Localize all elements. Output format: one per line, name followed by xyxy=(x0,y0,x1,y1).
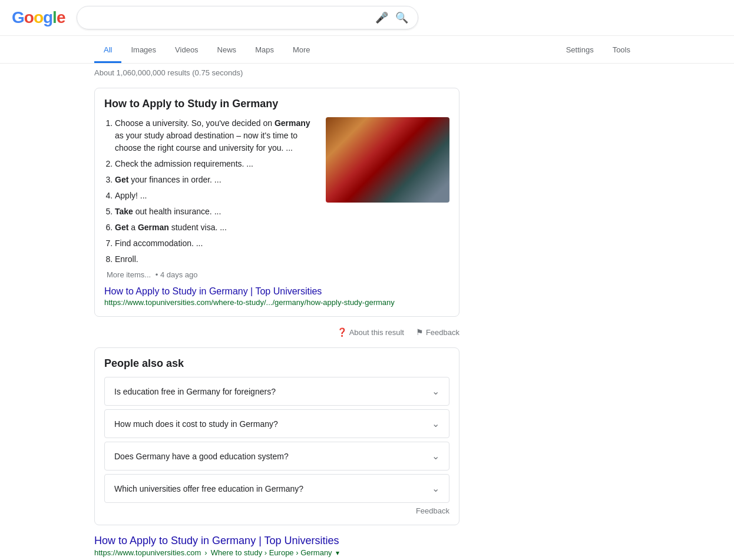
list-item: Apply! ... xyxy=(115,190,316,202)
nav-right: Settings Tools xyxy=(557,38,640,63)
about-feedback-row: ❓ About this result ⚑ Feedback xyxy=(94,323,459,342)
search-result-1: How to Apply to Study in Germany | Top U… xyxy=(94,535,459,560)
date-text: • 4 days ago xyxy=(153,270,197,279)
city-image xyxy=(326,117,449,203)
paa-question-3[interactable]: Does Germany have a good education syste… xyxy=(104,442,449,470)
list-item: Get your finances in order. ... xyxy=(115,174,316,186)
search-bar: how to get education in germany 🎤 🔍 xyxy=(77,6,418,29)
tab-settings[interactable]: Settings xyxy=(557,38,603,63)
list-item: Get a German student visa. ... xyxy=(115,221,316,234)
result-title: How to Apply to Study in Germany | Top U… xyxy=(94,535,459,547)
search-icons: 🎤 🔍 xyxy=(375,11,408,24)
tab-videos[interactable]: Videos xyxy=(166,38,208,63)
tab-news[interactable]: News xyxy=(208,38,246,63)
main-content: How to Apply to Study in Germany Choose … xyxy=(0,88,734,560)
paa-question-text: How much does it cost to study in German… xyxy=(114,419,278,429)
more-items-link[interactable]: More items... • 4 days ago xyxy=(104,270,316,279)
breadcrumb-separator: › xyxy=(204,548,207,557)
feedback-button[interactable]: ⚑ Feedback xyxy=(416,327,459,337)
nav-tabs: All Images Videos News Maps More Setting… xyxy=(0,38,734,64)
featured-link: How to Apply to Study in Germany | Top U… xyxy=(104,286,449,307)
about-this-result[interactable]: ❓ About this result xyxy=(337,327,404,337)
paa-question-1[interactable]: Is education free in Germany for foreign… xyxy=(104,377,449,406)
tab-tools[interactable]: Tools xyxy=(603,38,640,63)
people-also-ask: People also ask Is education free in Ger… xyxy=(94,347,459,525)
chevron-down-icon: ⌄ xyxy=(432,418,439,429)
results-count: About 1,060,000,000 results (0.75 second… xyxy=(0,64,734,82)
paa-feedback[interactable]: Feedback xyxy=(104,506,449,515)
list-item: Choose a university. So, you've decided … xyxy=(115,117,316,154)
paa-question-text: Is education free in Germany for foreign… xyxy=(114,387,276,396)
featured-link-anchor[interactable]: How to Apply to Study in Germany | Top U… xyxy=(104,286,322,296)
list-item: Enroll. xyxy=(115,253,316,266)
featured-list: Choose a university. So, you've decided … xyxy=(104,117,316,279)
chevron-down-icon: ⌄ xyxy=(432,450,439,462)
paa-question-2[interactable]: How much does it cost to study in German… xyxy=(104,409,449,438)
list-item: Find accommodation. ... xyxy=(115,237,316,250)
header: Google how to get education in germany 🎤… xyxy=(0,0,734,36)
search-icon[interactable]: 🔍 xyxy=(395,11,408,24)
result-link[interactable]: How to Apply to Study in Germany | Top U… xyxy=(94,535,339,546)
paa-question-text: Which universities offer free education … xyxy=(114,484,303,493)
featured-image xyxy=(326,117,449,203)
result-url-row: https://www.topuniversities.com › Where … xyxy=(94,548,459,557)
result-breadcrumb: Where to study › Europe › Germany xyxy=(211,548,332,557)
featured-title: How to Apply to Study in Germany xyxy=(104,98,449,110)
list-item: Check the admission requirements. ... xyxy=(115,158,316,170)
paa-question-text: Does Germany have a good education syste… xyxy=(114,452,289,461)
dropdown-arrow-icon[interactable]: ▾ xyxy=(336,549,339,557)
featured-url: https://www.topuniversities.com/where-to… xyxy=(104,298,449,307)
chevron-down-icon: ⌄ xyxy=(432,386,439,397)
flag-icon: ⚑ xyxy=(416,327,424,337)
tab-more[interactable]: More xyxy=(283,38,320,63)
paa-title: People also ask xyxy=(104,357,449,370)
microphone-icon[interactable]: 🎤 xyxy=(375,11,388,24)
google-logo[interactable]: Google xyxy=(12,8,65,27)
paa-question-4[interactable]: Which universities offer free education … xyxy=(104,474,449,503)
chevron-down-icon: ⌄ xyxy=(432,483,439,494)
featured-content: Choose a university. So, you've decided … xyxy=(104,117,449,279)
tab-maps[interactable]: Maps xyxy=(246,38,283,63)
featured-snippet: How to Apply to Study in Germany Choose … xyxy=(94,88,459,317)
tab-images[interactable]: Images xyxy=(121,38,166,63)
search-input[interactable]: how to get education in germany xyxy=(87,12,369,23)
result-domain: https://www.topuniversities.com xyxy=(94,548,201,557)
tab-all[interactable]: All xyxy=(94,38,121,63)
question-icon: ❓ xyxy=(337,327,347,337)
list-item: Take out health insurance. ... xyxy=(115,206,316,218)
